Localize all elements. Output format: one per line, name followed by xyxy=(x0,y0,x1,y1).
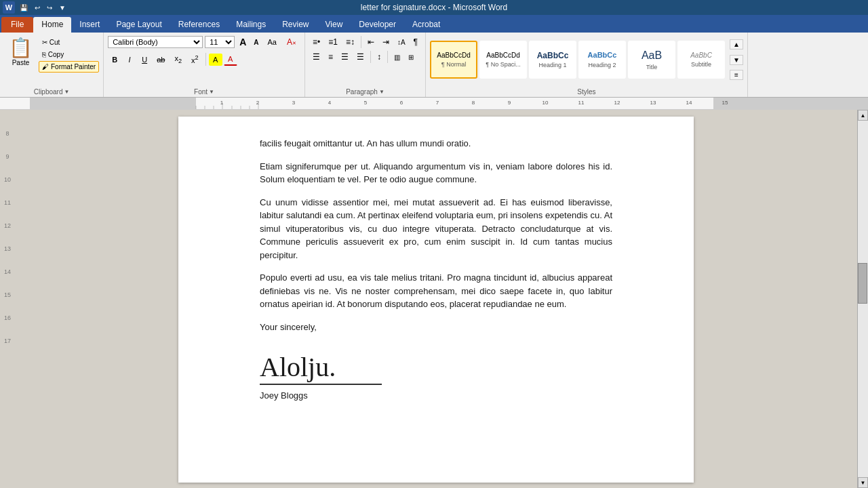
font-dialog-icon[interactable]: ▼ xyxy=(209,89,214,95)
style-heading2-preview: AaBbCc xyxy=(588,51,617,60)
signer-name: Joey Bloggs xyxy=(260,389,612,403)
font-face-select[interactable]: Calibri (Body) xyxy=(108,36,203,48)
bold-button[interactable]: B xyxy=(108,54,121,66)
styles-gallery: AaBbCcDd ¶ Normal AaBbCcDd ¶ No Spaci...… xyxy=(430,35,743,84)
para-0[interactable]: facilis feugait omittantur ut. An has ul… xyxy=(260,137,612,150)
style-subtitle-label: Subtitle xyxy=(691,61,711,68)
superscript-button[interactable]: x2 xyxy=(187,52,203,66)
ribbon: 📋 Paste ✂ Cut ⎘ Copy 🖌 Format Painter Cl… xyxy=(0,33,868,98)
format-painter-button[interactable]: 🖌 Format Painter xyxy=(39,61,99,73)
decrease-indent-button[interactable]: ⇤ xyxy=(364,35,378,49)
tab-references[interactable]: References xyxy=(170,17,228,33)
bullets-button[interactable]: ≡• xyxy=(309,35,323,49)
style-heading2[interactable]: AaBbCc Heading 2 xyxy=(578,41,626,79)
clipboard-content: 📋 Paste ✂ Cut ⎘ Copy 🖌 Format Painter xyxy=(4,35,99,87)
text-highlight-button[interactable]: A xyxy=(209,54,222,66)
para-2[interactable]: Cu unum vidisse assentior mei, mei mutat… xyxy=(260,196,612,262)
left-margin: 8 9 10 11 12 13 14 15 16 17 xyxy=(0,110,15,488)
tab-view[interactable]: View xyxy=(317,17,351,33)
ribbon-tabs: File Home Insert Page Layout References … xyxy=(0,15,868,33)
shading-button[interactable]: ▥ xyxy=(391,52,403,63)
svg-text:5: 5 xyxy=(364,100,368,106)
tab-file[interactable]: File xyxy=(1,17,33,33)
para-1[interactable]: Etiam signiferumque per ut. Aliquando ar… xyxy=(260,160,612,186)
align-right-button[interactable]: ☰ xyxy=(338,50,352,64)
document-scroll[interactable]: facilis feugait omittantur ut. An has ul… xyxy=(15,110,857,488)
tab-home[interactable]: Home xyxy=(33,17,71,33)
paste-button[interactable]: 📋 Paste xyxy=(4,35,37,70)
subscript-button[interactable]: x2 xyxy=(170,52,186,66)
increase-indent-button[interactable]: ⇥ xyxy=(379,35,393,49)
borders-button[interactable]: ⊞ xyxy=(405,52,417,63)
tab-page-layout[interactable]: Page Layout xyxy=(108,17,170,33)
svg-text:3: 3 xyxy=(292,100,296,106)
ribbon-group-paragraph: ≡• ≡1 ≡↕ ⇤ ⇥ ↕A ¶ ☰ ≡ ☰ ☰ ↕ ▥ ⊞ xyxy=(305,33,426,97)
svg-text:6: 6 xyxy=(400,100,403,106)
redo-quick-btn[interactable]: ↪ xyxy=(45,3,54,12)
svg-text:14: 14 xyxy=(686,100,692,106)
styles-scroll-up[interactable]: ▲ xyxy=(730,39,743,49)
change-case-button[interactable]: Aa xyxy=(264,36,281,48)
scroll-thumb[interactable] xyxy=(858,263,867,304)
show-hide-button[interactable]: ¶ xyxy=(410,35,421,49)
style-title[interactable]: AaB Title xyxy=(628,41,675,79)
style-normal[interactable]: AaBbCcDd ¶ Normal xyxy=(430,41,477,79)
ruler-svg: 1 2 3 4 5 6 7 8 9 10 11 12 13 14 15 xyxy=(15,98,868,110)
styles-scroll: ▲ ▼ ≡ xyxy=(730,39,743,80)
tab-acrobat[interactable]: Acrobat xyxy=(404,17,448,33)
font-face-row: Calibri (Body) 11 A A Aa A✕ xyxy=(108,35,300,49)
align-center-button[interactable]: ≡ xyxy=(325,50,336,64)
style-no-spacing[interactable]: AaBbCcDd ¶ No Spaci... xyxy=(479,41,527,79)
para-closing[interactable]: Your sincerely, xyxy=(260,321,612,334)
save-quick-btn[interactable]: 💾 xyxy=(18,3,30,12)
font-grow-button[interactable]: A xyxy=(237,35,249,49)
tab-insert[interactable]: Insert xyxy=(71,17,108,33)
numbering-button[interactable]: ≡1 xyxy=(325,35,341,49)
scissors-icon: ✂ xyxy=(42,39,47,46)
scroll-up-button[interactable]: ▲ xyxy=(858,110,868,121)
svg-text:13: 13 xyxy=(650,100,656,106)
tab-review[interactable]: Review xyxy=(274,17,317,33)
undo-quick-btn[interactable]: ↩ xyxy=(33,3,42,12)
tab-mailings[interactable]: Mailings xyxy=(228,17,274,33)
line-spacing-button[interactable]: ↕ xyxy=(374,50,384,64)
paste-label: Paste xyxy=(12,59,30,66)
style-title-preview: AaB xyxy=(642,49,662,62)
scroll-down-button[interactable]: ▼ xyxy=(858,477,868,488)
clear-format-button[interactable]: A✕ xyxy=(283,35,300,49)
underline-button[interactable]: U xyxy=(138,54,151,66)
document[interactable]: facilis feugait omittantur ut. An has ul… xyxy=(178,117,694,483)
style-heading1[interactable]: AaBbCc Heading 1 xyxy=(529,41,576,79)
multilevel-button[interactable]: ≡↕ xyxy=(342,35,358,49)
style-subtitle[interactable]: AaBbC Subtitle xyxy=(677,41,725,79)
font-label: Font ▼ xyxy=(194,87,214,96)
ruler: 1 2 3 4 5 6 7 8 9 10 11 12 13 14 15 xyxy=(0,98,868,110)
cut-button[interactable]: ✂ Cut xyxy=(39,37,99,48)
para-row2: ☰ ≡ ☰ ☰ ↕ ▥ ⊞ xyxy=(309,50,421,64)
align-left-button[interactable]: ☰ xyxy=(309,50,323,64)
para-3[interactable]: Populo everti ad usu, ea vis tale melius… xyxy=(260,271,612,311)
style-no-spacing-preview: AaBbCcDd xyxy=(486,52,519,60)
copy-button[interactable]: ⎘ Copy xyxy=(39,49,99,60)
svg-rect-1 xyxy=(30,98,196,110)
font-size-select[interactable]: 11 xyxy=(205,36,235,48)
strikethrough-button[interactable]: ab xyxy=(153,54,169,66)
styles-scroll-down[interactable]: ▼ xyxy=(730,55,743,65)
svg-text:7: 7 xyxy=(436,100,439,106)
style-normal-preview: AaBbCcDd xyxy=(437,52,470,60)
scroll-track[interactable] xyxy=(858,121,868,477)
tab-developer[interactable]: Developer xyxy=(351,17,404,33)
svg-text:8: 8 xyxy=(472,100,475,106)
svg-text:10: 10 xyxy=(542,100,549,106)
copy-icon: ⎘ xyxy=(42,51,46,58)
customize-quick-btn[interactable]: ▼ xyxy=(57,3,68,12)
justify-button[interactable]: ☰ xyxy=(353,50,368,64)
styles-more[interactable]: ≡ xyxy=(730,70,743,80)
italic-button[interactable]: I xyxy=(123,54,136,66)
font-color-button[interactable]: A xyxy=(224,53,237,66)
paragraph-dialog-icon[interactable]: ▼ xyxy=(379,89,384,95)
clipboard-dialog-icon[interactable]: ▼ xyxy=(64,89,70,95)
font-shrink-button[interactable]: A xyxy=(251,37,261,47)
sort-button[interactable]: ↕A xyxy=(394,37,409,48)
signature-area: Alolju. Joey Bloggs xyxy=(260,344,612,403)
